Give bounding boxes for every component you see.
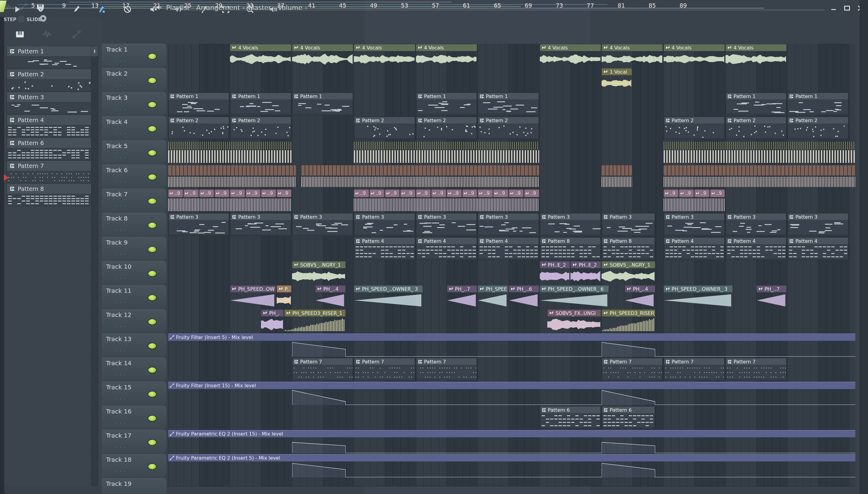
audio-clip-header[interactable]: 4 Vocals xyxy=(354,44,415,51)
mini-pattern-chip[interactable]: ..9 xyxy=(400,189,415,197)
step-toggle[interactable] xyxy=(17,15,25,23)
track-lane-5[interactable] xyxy=(167,140,855,165)
mini-pattern-chip[interactable]: ..9 xyxy=(385,189,400,197)
track-lane-16[interactable]: Pattern 6Pattern 6 xyxy=(167,406,855,430)
track-header-19[interactable]: Track 19 xyxy=(102,478,166,494)
track-header-10[interactable]: Track 10. . . xyxy=(102,261,166,284)
audio-clip-header[interactable]: PH_SPEED3_RISER_1 xyxy=(601,309,655,317)
pattern-list-item[interactable]: Pattern 8 xyxy=(7,183,91,206)
audio-clip-header[interactable]: 4 Vocals xyxy=(664,44,725,51)
pattern-clip[interactable]: Pattern 7 xyxy=(726,358,787,381)
audio-clip-header[interactable]: 1 Vocal xyxy=(601,68,632,75)
track-header-8[interactable]: Track 8. . . xyxy=(102,213,166,236)
audio-clip-header[interactable]: P.. xyxy=(277,285,292,292)
audio-clip-header[interactable]: SOBV5_..NGRY_1 xyxy=(601,261,655,268)
track-header-4[interactable]: Track 4. . . xyxy=(102,116,166,140)
track-options-dots[interactable]: . . . xyxy=(116,226,126,232)
pattern-clip[interactable]: Pattern 2 xyxy=(664,116,725,139)
pattern-clip[interactable]: Pattern 1 xyxy=(416,92,477,115)
track-lane-13[interactable]: Fruity Filter (Insert 5) - Mix level xyxy=(167,333,855,358)
pattern-clip-header[interactable]: Pattern 2 xyxy=(354,117,415,124)
track-options-dots[interactable]: . . . xyxy=(116,274,126,280)
track-options-dots[interactable]: . . . xyxy=(116,57,126,63)
pattern-list-item[interactable]: Pattern 4 xyxy=(7,115,91,137)
automation-ramp[interactable] xyxy=(292,390,346,405)
track-options-dots[interactable]: . . . xyxy=(116,443,126,449)
audio-clip-header[interactable]: 4 Vocals xyxy=(601,44,663,51)
track-header-9[interactable]: Track 9. . . xyxy=(102,237,166,260)
mini-pattern-chip[interactable]: ..9 xyxy=(447,189,461,197)
track-mute-led[interactable] xyxy=(148,294,157,301)
track-options-dots[interactable]: . . . xyxy=(116,106,126,111)
audio-clip[interactable]: 4 Vocals xyxy=(726,44,787,67)
mini-pattern-chip[interactable]: ..9 xyxy=(679,189,694,197)
audio-clip[interactable]: PH_..4 xyxy=(625,285,655,308)
pattern-clip-header[interactable]: Pattern 4 xyxy=(726,238,786,245)
pattern-clip-header[interactable]: Pattern 1 xyxy=(788,93,848,100)
pattern-scrollbar-button[interactable] xyxy=(91,46,98,57)
automation-clip-header[interactable]: Fruity Filter (Insert 15) - Mix level xyxy=(168,382,855,389)
audio-clip[interactable]: PH_..4 xyxy=(315,285,346,308)
audio-clip-header[interactable]: PH..E_2 xyxy=(571,261,601,268)
pattern-clip[interactable]: Pattern 8 xyxy=(601,237,655,260)
pattern-clip-header[interactable]: Pattern 2 xyxy=(478,117,538,124)
track-header-3[interactable]: Track 3. . . xyxy=(102,92,166,115)
pattern-clip[interactable]: Pattern 2 xyxy=(726,116,787,139)
pattern-list-item[interactable]: Pattern 2 xyxy=(7,69,91,91)
pattern-clip[interactable]: Pattern 7 xyxy=(354,358,415,381)
audio-clip[interactable]: 4 Vocals xyxy=(601,44,663,67)
audio-clip-header[interactable]: 4 Vocals xyxy=(292,44,353,51)
audio-clip[interactable]: 4 Vocals xyxy=(292,44,353,67)
pattern-item-header[interactable]: Pattern 8 xyxy=(7,183,91,194)
chip-audio-clip[interactable] xyxy=(301,165,539,188)
chip-audio-clip[interactable] xyxy=(664,165,856,188)
automation-clip-header[interactable]: Fruity Parametric EQ 2 (Insert 15) - Mix… xyxy=(168,430,855,437)
track-options-dots[interactable]: . . . xyxy=(116,178,126,183)
pattern-clip[interactable]: Pattern 2 xyxy=(787,116,848,139)
track-header-13[interactable]: Track 13. . . xyxy=(102,333,166,357)
pattern-clip-header[interactable]: Pattern 4 xyxy=(788,238,848,245)
audio-clip[interactable]: PH_SPEED_..OWNER_ 3 xyxy=(354,285,423,308)
track-lane-9[interactable]: Pattern 4Pattern 4Pattern 4Pattern 8Patt… xyxy=(167,237,855,261)
pattern-clip[interactable]: Pattern 2 xyxy=(478,116,539,139)
automation-clip-header[interactable]: Fruity Parametric EQ 2 (Insert 5) - Mix … xyxy=(168,454,855,461)
mini-pattern-chip[interactable]: ..9 xyxy=(168,189,183,197)
audio-clip-header[interactable]: PH_SPEED..OW xyxy=(230,285,276,292)
track-mute-led[interactable] xyxy=(148,150,157,156)
pattern-clip[interactable]: Pattern 8 xyxy=(540,237,601,260)
pattern-clip[interactable]: Pattern 1 xyxy=(478,92,539,115)
pattern-clip[interactable]: Pattern 3 xyxy=(726,213,787,236)
pattern-clip-header[interactable]: Pattern 3 xyxy=(788,213,848,221)
pattern-clip[interactable]: Pattern 6 xyxy=(601,406,655,429)
pattern-clip[interactable]: Pattern 3 xyxy=(354,213,415,236)
mini-pattern-chip[interactable]: ..9 xyxy=(277,189,292,197)
pattern-clip-header[interactable]: Pattern 2 xyxy=(726,117,786,124)
pattern-clip[interactable]: Pattern 2 xyxy=(416,116,477,139)
track-lane-19[interactable] xyxy=(167,478,855,487)
pattern-clip[interactable]: Pattern 7 xyxy=(601,358,663,381)
audio-clip-header[interactable]: PH_SPEED_..OWNER_ 6 xyxy=(540,285,609,292)
pattern-list-item[interactable]: Pattern 3 xyxy=(7,92,91,114)
audio-clip[interactable]: PH_..7 xyxy=(447,285,477,308)
track-header-15[interactable]: Track 15. . . xyxy=(102,381,166,405)
pattern-clip[interactable]: Pattern 3 xyxy=(601,213,655,236)
audio-clip-header[interactable]: SOBV5_..NGRY_1 xyxy=(292,261,346,268)
audio-clip[interactable]: 4 Vocals xyxy=(540,44,601,67)
pattern-clip-header[interactable]: Pattern 4 xyxy=(664,238,725,245)
pattern-clip-header[interactable]: Pattern 7 xyxy=(354,358,415,365)
automation-ramp[interactable] xyxy=(292,341,346,357)
track-mute-led[interactable] xyxy=(148,319,157,325)
pattern-item-header[interactable]: Pattern 2 xyxy=(7,69,91,80)
pattern-clip[interactable]: Pattern 2 xyxy=(354,116,415,139)
picker-tab-wave[interactable] xyxy=(40,28,54,40)
pattern-clip-header[interactable]: Pattern 1 xyxy=(169,93,229,100)
mini-pattern-chip[interactable]: ..9 xyxy=(261,189,276,197)
pattern-clip-header[interactable]: Pattern 7 xyxy=(292,358,353,365)
pattern-clip[interactable]: Pattern 7 xyxy=(664,358,725,381)
track-lane-2[interactable]: 1 Vocal xyxy=(167,68,855,92)
audio-clip-header[interactable]: PH..E_2 xyxy=(540,261,570,268)
audio-clip[interactable]: SOBV5_FX..UNGI xyxy=(547,309,601,332)
mini-pattern-chip[interactable]: ..9 xyxy=(245,189,260,197)
chip-audio-clip[interactable] xyxy=(601,165,632,188)
audio-clip[interactable]: PH_SPEE xyxy=(478,285,508,308)
